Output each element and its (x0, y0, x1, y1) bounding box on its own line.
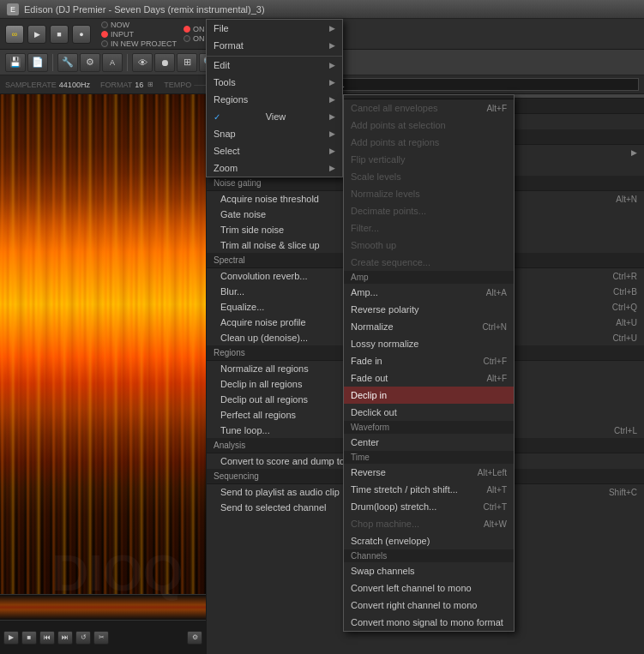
create-sequence-item[interactable]: Create sequence... (344, 254, 514, 271)
filter-item[interactable]: Filter... (344, 219, 514, 237)
menu-zoom[interactable]: Zoom ▶ (207, 159, 342, 177)
add-points-selection-item[interactable]: Add points at selection (344, 117, 514, 134)
settings-button[interactable]: 🔧 (57, 53, 78, 72)
loop-button[interactable]: ∞ (5, 25, 24, 44)
stop-button[interactable]: ■ (50, 25, 69, 44)
wt-prev-button[interactable]: ⏮ (39, 631, 55, 645)
wt-play-button[interactable]: ▶ (3, 631, 19, 645)
waveform-transport-controls: ▶ ■ ⏮ ⏭ ↺ ✂ ⚙ (0, 620, 206, 654)
main-area: ▶ ■ ⏮ ⏭ ↺ ✂ ⚙ SynthesisGenerate noiseScr… (0, 94, 644, 654)
view-button[interactable]: 👁 (132, 53, 153, 72)
config-button[interactable]: ⚙ (80, 53, 100, 72)
wt-loop-button[interactable]: ↺ (75, 631, 91, 645)
lossy-normalize-item[interactable]: Lossy normalize (344, 335, 514, 352)
window-title: Edison (DJ Premier - Seven Days (remix i… (24, 4, 265, 15)
title-bar: E Edison (DJ Premier - Seven Days (remix… (0, 0, 644, 19)
radio-on-play-dot (184, 35, 190, 42)
radio-in-new-project[interactable]: IN NEW PROJECT (101, 39, 177, 48)
radio-input-dot (101, 31, 108, 38)
time-stretch-item[interactable]: Time stretch / pitch shift... Alt+T (344, 481, 514, 498)
wt-settings-button[interactable]: ⚙ (187, 631, 202, 645)
menu-edit[interactable]: Edit ▶ (207, 56, 342, 74)
normalize-item[interactable]: Normalize Ctrl+N (344, 318, 514, 335)
text-button[interactable]: A (102, 53, 123, 72)
waveform-display[interactable] (0, 94, 206, 620)
reverse-polarity-item[interactable]: Reverse polarity (344, 301, 514, 318)
center-item[interactable]: Center (344, 434, 514, 451)
cancel-envelopes-item[interactable]: Cancel all envelopes Alt+F (344, 99, 514, 117)
fade-out-item[interactable]: Fade out Alt+F (344, 369, 514, 387)
menu-select[interactable]: Select ▶ (207, 142, 342, 159)
drum-loop-stretch-item[interactable]: Drum(loop) stretch... Ctrl+T (344, 498, 514, 515)
amp-item[interactable]: Amp... Alt+A (344, 284, 514, 301)
tempo-info: TEMPO —— (164, 81, 208, 89)
scratch-envelope-item[interactable]: Scratch (envelope) (344, 532, 514, 549)
radio-now-dot (101, 21, 108, 28)
normalize-levels-item[interactable]: Normalize levels (344, 185, 514, 202)
flip-vertically-item[interactable]: Flip vertically (344, 151, 514, 168)
copy-button[interactable]: 📄 (27, 53, 48, 72)
wt-stop-button[interactable]: ■ (21, 631, 37, 645)
wt-next-button[interactable]: ⏭ (57, 631, 73, 645)
menu-file[interactable]: File ▶ (207, 20, 342, 37)
left-context-menu: File ▶ Format ▶ Edit ▶ Tools ▶ Regions ▶… (206, 19, 343, 177)
menu-regions[interactable]: Regions ▶ (207, 91, 342, 108)
reverse-item[interactable]: Reverse Alt+Left (344, 464, 514, 481)
save-button[interactable]: 💾 (5, 53, 26, 72)
samplerate-info: SAMPLERATE 44100Hz (5, 81, 90, 89)
amp-section-header: Amp (344, 271, 514, 284)
record-mode-group: NOW INPUT IN NEW PROJECT (101, 21, 177, 48)
radio-on-input-dot (184, 26, 190, 33)
play-button[interactable]: ▶ (27, 25, 46, 44)
separator-2 (127, 54, 128, 71)
radio-in-new-project-dot (101, 40, 108, 47)
decimate-points-item[interactable]: Decimate points... (344, 202, 514, 219)
right-to-mono-item[interactable]: Convert right channel to mono (344, 597, 514, 614)
scale-levels-item[interactable]: Scale levels (344, 168, 514, 185)
rec2-button[interactable]: ⏺ (154, 53, 175, 72)
wt-mark-button[interactable]: ✂ (93, 631, 109, 645)
app-icon: E (7, 3, 19, 15)
menu-snap[interactable]: Snap ▶ (207, 125, 342, 142)
swap-channels-item[interactable]: Swap channels (344, 562, 514, 579)
declick-out-item[interactable]: Declick out (344, 404, 514, 421)
declip-in-item[interactable]: Declip in (344, 387, 514, 404)
format-info: FORMAT 16 ⊞ (100, 81, 153, 89)
smooth-up-item[interactable]: Smooth up (344, 237, 514, 254)
menu-format[interactable]: Format ▶ (207, 37, 342, 54)
mono-signal-to-mono-item[interactable]: Convert mono signal to mono format (344, 614, 514, 631)
waveform-area: ▶ ■ ⏮ ⏭ ↺ ✂ ⚙ (0, 94, 206, 654)
radio-now[interactable]: NOW (101, 21, 177, 29)
amp-context-menu: Cancel all envelopes Alt+F Add points at… (343, 94, 515, 632)
record-button[interactable]: ● (72, 25, 91, 44)
left-to-mono-item[interactable]: Convert left channel to mono (344, 579, 514, 597)
fade-in-item[interactable]: Fade in Ctrl+F (344, 352, 514, 369)
waveform-section-header: Waveform (344, 421, 514, 434)
chop-machine-item[interactable]: Chop machine... Alt+W (344, 515, 514, 532)
add-points-regions-item[interactable]: Add points at regions (344, 134, 514, 151)
channels-section-header: Channels (344, 549, 514, 562)
radio-input[interactable]: INPUT (101, 30, 177, 39)
menu-view[interactable]: ✓ View ▶ (207, 108, 342, 125)
menu-tools[interactable]: Tools ▶ (207, 74, 342, 91)
time-section-header: Time (344, 451, 514, 464)
separator-1 (52, 54, 53, 71)
grid-button[interactable]: ⊞ (177, 53, 197, 72)
